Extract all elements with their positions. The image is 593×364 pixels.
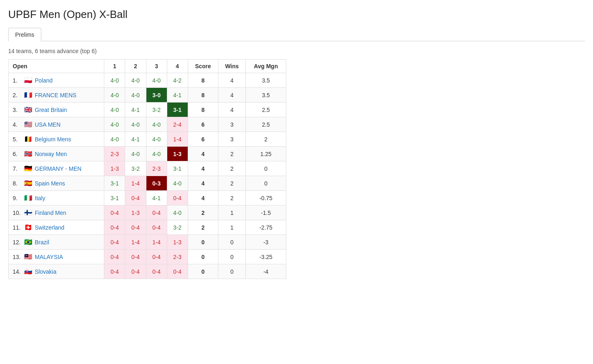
col-header-2: 2	[125, 60, 146, 73]
wins-count: 0	[218, 235, 245, 250]
page-title: UPBF Men (Open) X-Ball	[8, 8, 585, 21]
score-col-4: 2-3	[167, 250, 188, 264]
total-score: 2	[188, 220, 218, 235]
score-col-3: 4-0	[146, 117, 167, 132]
flag: 🇨🇭	[24, 223, 32, 231]
rank-label: 12.	[13, 239, 22, 246]
total-score: 8	[188, 73, 218, 88]
avg-margin: 1.25	[246, 147, 286, 161]
score-col-2: 4-0	[125, 117, 146, 132]
team-name[interactable]: Belgium Mens	[35, 136, 71, 143]
score-col-3: 4-1	[146, 191, 167, 205]
wins-count: 1	[218, 220, 245, 235]
rank-label: 9.	[13, 195, 22, 201]
team-cell: 14. 🇸🇰 Slovakia	[9, 264, 104, 279]
team-name[interactable]: USA MEN	[35, 121, 61, 128]
subtitle: 14 teams, 6 teams advance (top 6)	[8, 48, 585, 54]
col-header-4: 4	[167, 60, 188, 73]
rank-label: 1.	[13, 77, 22, 84]
rank-label: 11.	[13, 224, 22, 231]
score-col-1: 0-4	[104, 235, 125, 250]
wins-count: 0	[218, 250, 245, 264]
score-col-1: 4-0	[104, 88, 125, 103]
col-header-score: Score	[188, 60, 218, 73]
rank-label: 2.	[13, 92, 22, 98]
total-score: 4	[188, 176, 218, 191]
table-row: 12. 🇧🇷 Brazil 0-41-41-41-300-3	[9, 235, 286, 250]
wins-count: 2	[218, 147, 245, 161]
team-name[interactable]: GERMANY - MEN	[35, 165, 81, 172]
score-col-2: 4-1	[125, 132, 146, 147]
rank-label: 13.	[13, 254, 22, 260]
team-name[interactable]: MALAYSIA	[35, 254, 63, 260]
avg-margin: -0.75	[246, 191, 286, 205]
total-score: 4	[188, 147, 218, 161]
team-name[interactable]: Spain Mens	[35, 180, 65, 187]
score-col-2: 1-4	[125, 176, 146, 191]
score-col-3: 0-4	[146, 250, 167, 264]
score-col-4: 1-3	[167, 235, 188, 250]
wins-count: 2	[218, 176, 245, 191]
score-col-2: 4-0	[125, 88, 146, 103]
score-col-4: 3-1	[167, 161, 188, 176]
avg-margin: 2	[246, 132, 286, 147]
col-header-wins: Wins	[218, 60, 245, 73]
team-cell: 2. 🇫🇷 FRANCE MENS	[9, 88, 104, 103]
avg-margin: 0	[246, 161, 286, 176]
score-col-2: 0-4	[125, 191, 146, 205]
score-col-2: 0-4	[125, 250, 146, 264]
wins-count: 3	[218, 132, 245, 147]
col-header-open: Open	[9, 60, 104, 73]
flag: 🇺🇸	[24, 121, 32, 128]
team-name[interactable]: FRANCE MENS	[35, 92, 76, 98]
score-col-4: 2-4	[167, 117, 188, 132]
team-cell: 4. 🇺🇸 USA MEN	[9, 117, 104, 132]
avg-margin: 2.5	[246, 103, 286, 117]
table-row: 2. 🇫🇷 FRANCE MENS 4-04-03-04-1843.5	[9, 88, 286, 103]
score-col-1: 1-3	[104, 161, 125, 176]
score-col-4: 0-4	[167, 191, 188, 205]
flag: 🇫🇷	[24, 91, 32, 99]
team-name[interactable]: Brazil	[35, 239, 49, 246]
team-name[interactable]: Poland	[35, 77, 53, 84]
score-col-4: 3-1	[167, 103, 188, 117]
score-col-3: 3-2	[146, 103, 167, 117]
team-name[interactable]: Switzerland	[35, 224, 64, 231]
score-col-3: 0-3	[146, 176, 167, 191]
team-cell: 10. 🇫🇮 Finland Men	[9, 205, 104, 220]
flag: 🇩🇪	[24, 165, 32, 172]
team-cell: 8. 🇪🇸 Spain Mens	[9, 176, 104, 191]
flag: 🇬🇧	[24, 106, 32, 114]
team-name[interactable]: Finland Men	[35, 210, 66, 216]
team-name[interactable]: Italy	[35, 195, 45, 201]
table-row: 11. 🇨🇭 Switzerland 0-40-40-43-221-2.75	[9, 220, 286, 235]
score-col-3: 0-4	[146, 264, 167, 279]
score-col-4: 4-0	[167, 205, 188, 220]
team-cell: 11. 🇨🇭 Switzerland	[9, 220, 104, 235]
avg-margin: 0	[246, 176, 286, 191]
avg-margin: 3.5	[246, 88, 286, 103]
total-score: 0	[188, 250, 218, 264]
avg-margin: 3.5	[246, 73, 286, 88]
table-row: 4. 🇺🇸 USA MEN 4-04-04-02-4632.5	[9, 117, 286, 132]
team-name[interactable]: Norway Men	[35, 151, 67, 157]
table-row: 6. 🇳🇴 Norway Men 2-34-04-01-3421.25	[9, 147, 286, 161]
avg-margin: -4	[246, 264, 286, 279]
wins-count: 4	[218, 88, 245, 103]
wins-count: 0	[218, 264, 245, 279]
table-row: 1. 🇵🇱 Poland 4-04-04-04-2843.5	[9, 73, 286, 88]
team-name[interactable]: Slovakia	[35, 268, 56, 275]
tab-prelims[interactable]: Prelims	[8, 28, 41, 41]
score-col-3: 1-4	[146, 235, 167, 250]
score-col-2: 4-0	[125, 73, 146, 88]
team-cell: 6. 🇳🇴 Norway Men	[9, 147, 104, 161]
score-col-3: 4-0	[146, 73, 167, 88]
flag: 🇪🇸	[24, 179, 32, 187]
total-score: 4	[188, 191, 218, 205]
team-name[interactable]: Great Britain	[35, 107, 67, 113]
score-col-2: 4-1	[125, 103, 146, 117]
team-cell: 1. 🇵🇱 Poland	[9, 73, 104, 88]
col-header-avg: Avg Mgn	[246, 60, 286, 73]
avg-margin: -3	[246, 235, 286, 250]
score-col-4: 1-4	[167, 132, 188, 147]
